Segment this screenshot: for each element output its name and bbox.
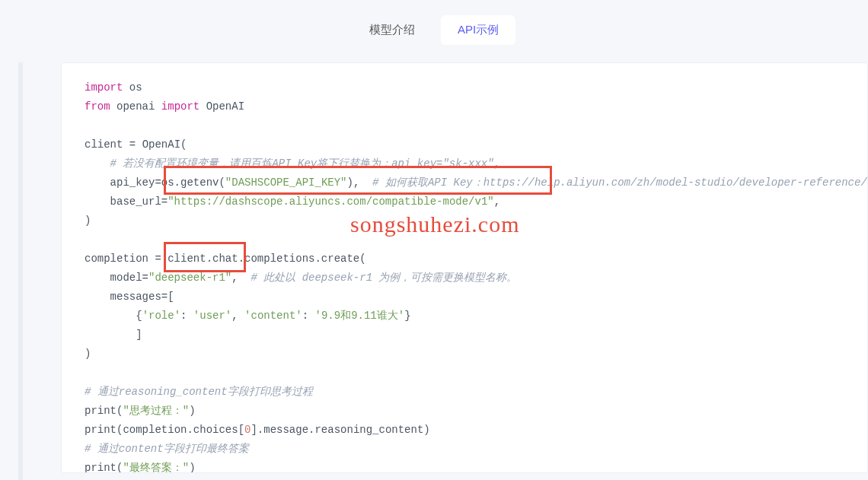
code-text: ) — [85, 215, 91, 227]
code-string: 'user' — [193, 310, 231, 322]
code-string: 'content' — [244, 310, 302, 322]
code-func: OpenAI — [142, 138, 180, 151]
code-identifier: OpenAI — [199, 100, 244, 113]
code-text: api_key=os. — [85, 176, 180, 189]
code-comment: # 通过content字段打印最终答案 — [85, 443, 249, 455]
code-text: : — [180, 310, 193, 322]
code-identifier: os — [123, 81, 142, 94]
code-comment: # 如何获取API Key：https://help.aliyun.com/zh… — [372, 176, 868, 189]
content-area: import os from openai import OpenAI clie… — [18, 62, 868, 480]
code-text: : — [302, 310, 315, 322]
code-identifier: openai — [110, 100, 161, 113]
code-text: messages=[ — [85, 291, 174, 303]
code-comment: # 通过reasoning_content字段打印思考过程 — [85, 386, 313, 398]
code-string: "思考过程：" — [123, 405, 189, 417]
code-indent — [85, 157, 110, 170]
code-keyword: from — [85, 100, 110, 113]
code-string: "最终答案：" — [123, 462, 189, 473]
code-func: create — [321, 253, 359, 265]
code-string: '9.9和9.11谁大' — [315, 310, 405, 322]
tab-api-example[interactable]: API示例 — [441, 15, 515, 45]
code-pre: import os from openai import OpenAI clie… — [85, 78, 867, 473]
code-text: ] — [85, 329, 142, 341]
code-string: "deepseek-r1" — [148, 272, 231, 284]
code-string: 'role' — [142, 310, 180, 322]
code-text: client = — [85, 138, 142, 151]
code-text: ( — [180, 138, 187, 151]
code-string: "https://dashscope.aliyuncs.com/compatib… — [168, 195, 493, 208]
code-text: model= — [85, 272, 148, 284]
code-text: ) — [189, 462, 195, 473]
code-string: "DASHSCOPE_API_KEY" — [225, 176, 347, 189]
code-comment: # 若没有配置环境变量，请用百炼API Key将下行替换为：api_key="s… — [110, 157, 500, 170]
code-text: , — [231, 272, 251, 284]
code-text: ].message.reasoning_content) — [251, 424, 429, 436]
code-text: base_url= — [85, 195, 168, 208]
code-comment: # 此处以 deepseek-r1 为例，可按需更换模型名称。 — [251, 272, 517, 284]
code-text: ), — [347, 176, 373, 189]
code-keyword: import — [161, 100, 199, 113]
code-func: getenv — [180, 176, 219, 189]
code-func: print — [85, 424, 116, 436]
code-text: completion = client.chat.completions. — [85, 253, 321, 265]
code-block: import os from openai import OpenAI clie… — [61, 62, 868, 473]
code-keyword: import — [85, 81, 123, 94]
code-text: ( — [219, 176, 225, 189]
code-func: print — [85, 405, 116, 417]
code-text: ) — [85, 348, 91, 360]
code-text: ) — [189, 405, 195, 417]
tab-bar: 模型介绍 API示例 — [0, 15, 868, 45]
tab-model-intro[interactable]: 模型介绍 — [353, 15, 432, 45]
code-text: , — [231, 310, 244, 322]
code-text: ( — [359, 253, 365, 265]
code-func: print — [85, 462, 116, 473]
code-text: (completion.choices[ — [116, 424, 244, 436]
code-text: { — [85, 310, 142, 322]
code-text: } — [404, 310, 410, 322]
code-text: , — [494, 195, 500, 208]
